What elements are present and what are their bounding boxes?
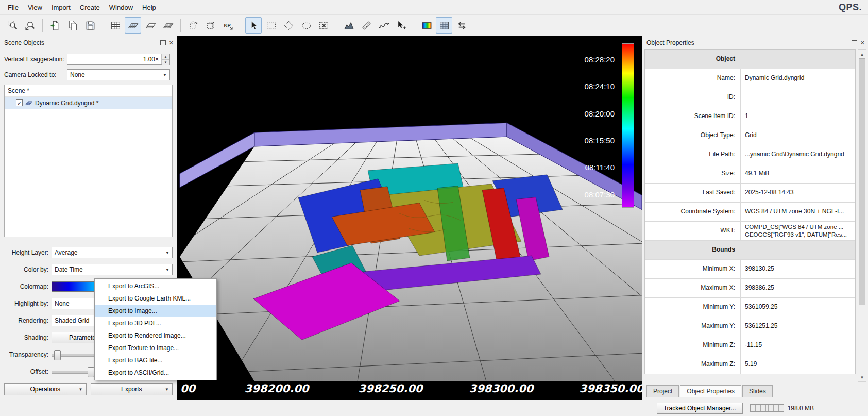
profile-icon[interactable] [376,17,392,34]
scrollbar-thumb[interactable] [859,58,865,305]
rendering-label: Rendering: [4,317,52,324]
menu-item-export-texture-to-image[interactable]: Export Texture to Image... [95,342,216,354]
toolbar-separator [180,19,181,32]
color-by-select[interactable]: Date Time ▼ [52,264,173,275]
table-view-icon[interactable] [107,17,124,34]
kp-select-icon[interactable]: KP [220,17,236,34]
menu-file[interactable]: File [3,1,23,14]
property-row-maximum-y: Maximum Y: 5361251.25 [645,317,855,336]
swap-colormap-icon[interactable] [453,17,470,34]
colorbar-time-label: 08:11:40 [585,163,615,172]
toolbar-separator [42,19,43,32]
surface-view-icon[interactable] [125,17,141,34]
memory-label: 198.0 MB [788,405,814,412]
chevron-down-icon: ▼ [162,387,169,392]
tab-project[interactable]: Project [646,385,679,397]
measure-icon[interactable] [358,17,375,34]
menu-item-export-to-google-earth-kml[interactable]: Export to Google Earth KML... [95,292,216,305]
toolbar-separator [241,19,241,32]
polygon-select-icon[interactable] [280,17,297,34]
menu-item-export-to-image[interactable]: Export to Image... [95,305,216,317]
scroll-down-icon[interactable]: ▼ [858,373,866,381]
property-row-maximum-z: Maximum Z: 5.19 [645,355,855,374]
menu-item-export-to-arcgis[interactable]: Export to ArcGIS... [95,280,216,292]
time-colorbar [622,43,634,208]
tracked-object-manager-button[interactable]: Tracked Object Manager... [657,403,743,414]
convert-file-icon[interactable] [64,17,81,34]
operations-button-label: Operations [30,386,60,393]
properties-table: Object Name: Dynamic Grid.dyngrid ID: Sc… [644,49,856,374]
property-row-name: Name: Dynamic Grid.dyngrid [645,69,855,88]
scene-tree-item-dynamic-grid[interactable]: Dynamic Grid.dyngrid * [5,97,172,109]
camera-locked-select[interactable]: None ▼ [67,69,170,80]
toolbar-separator [103,19,103,32]
scene-tree-root[interactable]: Scene * [5,85,172,97]
rotate-3d-select-icon[interactable] [185,17,201,34]
spin-down-icon[interactable]: ▼ [162,60,169,65]
dock-tab-bar: Project Object Properties Slides [642,384,868,400]
float-panel-icon[interactable] [852,40,857,45]
chevron-down-icon: ▼ [162,268,169,272]
import-file-icon[interactable] [47,17,63,34]
vertical-exaggeration-stepper[interactable]: ▲ ▼ [67,54,170,65]
zoom-window-icon[interactable] [4,17,21,34]
menu-item-export-to-bag-file[interactable]: Export to BAG file... [95,354,216,367]
menu-import[interactable]: Import [47,1,75,14]
pointer-icon[interactable] [245,17,262,34]
operations-button[interactable]: Operations ▼ [4,383,87,395]
close-panel-icon[interactable]: ✕ [860,40,865,45]
cube-select-icon[interactable] [202,17,219,34]
scroll-up-icon[interactable]: ▲ [858,50,866,58]
clear-selection-icon[interactable] [315,17,332,34]
scrollbar-track[interactable] [858,58,866,373]
save-icon[interactable] [82,17,98,34]
menu-window[interactable]: Window [105,1,138,14]
tab-slides[interactable]: Slides [742,385,773,397]
colorbar-time-label: 08:28:20 [585,55,615,64]
wireframe-surface-icon[interactable] [160,17,176,34]
colorbar-time-label: 08:15:50 [585,136,615,145]
rect-select-icon[interactable] [263,17,279,34]
menu-create[interactable]: Create [75,1,105,14]
float-panel-icon[interactable] [160,40,166,45]
tab-object-properties[interactable]: Object Properties [680,385,741,397]
object-properties-panel: Object Properties ✕ Object Name: Dynamic… [642,36,868,400]
section-header-bounds: Bounds [645,241,855,260]
lasso-select-icon[interactable] [298,17,314,34]
visibility-checkbox[interactable] [16,99,23,106]
application-window: File View Import Create Window Help QPS.… [0,0,868,416]
histogram-icon[interactable] [341,17,357,34]
vertical-exaggeration-input[interactable] [67,54,161,64]
menu-item-export-to-ascii-grid[interactable]: Export to ASCII/Grid... [95,367,216,379]
menu-help[interactable]: Help [138,1,161,14]
status-bar: Tracked Object Manager... 198.0 MB [0,400,868,416]
scene-render[interactable] [177,36,642,381]
toolbar: KP [0,15,868,36]
chevron-down-icon: ▼ [76,387,83,392]
toolbar-separator [414,19,414,32]
menu-view[interactable]: View [23,1,47,14]
property-row-last-saved: Last Saved: 2025-12-08 14:43 [645,184,855,203]
colormap-icon[interactable] [418,17,435,34]
slider-handle[interactable] [88,367,94,377]
scene-tree[interactable]: Scene * Dynamic Grid.dyngrid * [4,85,173,237]
menu-item-export-to-rendered-image[interactable]: Export to Rendered Image... [95,329,216,342]
chevron-down-icon: ▼ [162,251,169,255]
pick-icon[interactable] [393,17,410,34]
close-panel-icon[interactable]: ✕ [169,40,174,45]
scene-objects-panel-title: Scene Objects [4,39,44,46]
spin-up-icon[interactable]: ▲ [162,54,169,60]
height-layer-label: Height Layer: [4,249,52,256]
flat-surface-icon[interactable] [142,17,159,34]
x-axis-strip: 00 398200.00 398250.00 398300.00 398350.… [177,381,642,400]
zoom-extents-icon[interactable] [22,17,38,34]
height-layer-select[interactable]: Average ▼ [52,247,173,258]
menu-item-export-to-3d-pdf[interactable]: Export to 3D PDF... [95,317,216,329]
viewport-3d[interactable]: 08:28:20 08:24:10 08:20:00 08:15:50 08:1… [177,36,642,400]
slider-handle[interactable] [54,350,61,360]
properties-scrollbar[interactable]: ▲ ▼ [858,49,866,382]
exports-button[interactable]: Exports ▼ [91,383,173,395]
colorbar-time-label: 08:20:00 [585,109,615,118]
shaded-grid-icon[interactable] [436,17,452,34]
property-row-minimum-y: Minimum Y: 5361059.25 [645,298,855,317]
